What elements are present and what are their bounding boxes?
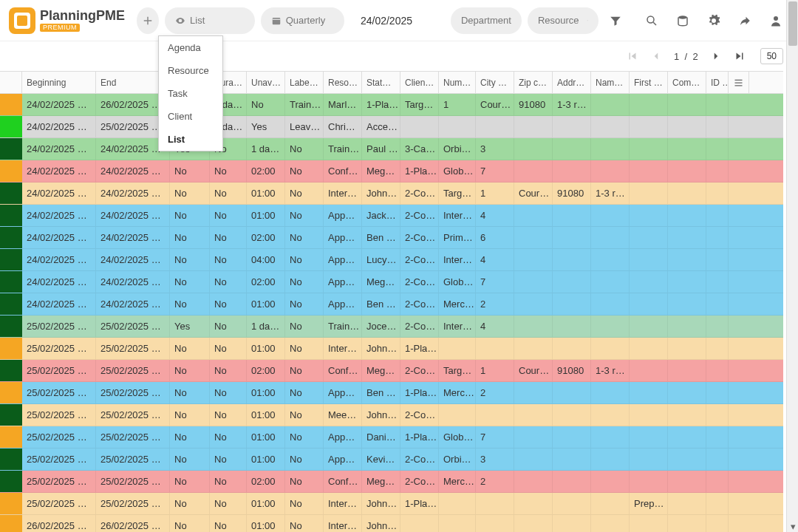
view-selector[interactable]: List xyxy=(165,7,255,34)
first-page-button[interactable] xyxy=(622,46,643,66)
column-header-num[interactable]: Num… xyxy=(439,72,476,93)
cell-zip xyxy=(514,471,553,492)
cell-unav: 01:00 xyxy=(247,493,285,514)
dropdown-item-task[interactable]: Task xyxy=(159,82,222,105)
cell-zip xyxy=(514,404,553,426)
cell-num: Inter… xyxy=(439,316,476,337)
cell-com xyxy=(668,94,706,115)
column-header-city[interactable]: City … xyxy=(476,72,514,93)
table-row[interactable]: 25/02/2025 …25/02/2025 …NoNo01:00NoApp…B… xyxy=(0,382,783,404)
dropdown-item-resource[interactable]: Resource xyxy=(159,59,222,82)
column-header-first[interactable]: First … xyxy=(630,72,668,93)
table-row[interactable]: 25/02/2025 …25/02/2025 …NoNo01:00NoInter… xyxy=(0,493,783,515)
table-row[interactable]: 25/02/2025 …25/02/2025 …YesNo1 da…NoTrai… xyxy=(0,316,783,338)
table-row[interactable]: 25/02/2025 …25/02/2025 …NoNo01:00NoMee…J… xyxy=(0,404,783,426)
cell-addr: 91080 xyxy=(553,360,591,381)
cell-unav: 01:00 xyxy=(247,515,285,532)
date-picker[interactable] xyxy=(350,7,445,34)
column-header-name[interactable]: Nam… xyxy=(591,72,630,93)
settings-button[interactable] xyxy=(700,7,727,34)
cell-rec: No xyxy=(170,205,210,226)
cell-id xyxy=(706,426,729,448)
table-row[interactable]: 25/02/2025 …25/02/2025 …NoNo02:00NoConf…… xyxy=(0,471,783,493)
data-button[interactable] xyxy=(669,7,696,34)
column-header-marker[interactable] xyxy=(0,72,22,93)
cell-name xyxy=(591,138,630,160)
row-color-marker xyxy=(0,382,22,403)
dropdown-item-list[interactable]: List xyxy=(159,128,222,151)
dropdown-item-client[interactable]: Client xyxy=(159,105,222,128)
column-header-com[interactable]: Com… xyxy=(668,72,706,93)
scroll-thumb[interactable] xyxy=(788,1,797,46)
next-page-button[interactable] xyxy=(706,46,726,66)
resource-selector[interactable]: Resource xyxy=(528,7,598,34)
cell-addr xyxy=(553,249,591,270)
table-row[interactable]: 25/02/2025 …25/02/2025 …NoNo02:00NoConf…… xyxy=(0,360,783,382)
column-menu-button[interactable] xyxy=(729,72,749,93)
table-row[interactable]: 24/02/2025 …26/02/2025 …No3 da…NoTrain…M… xyxy=(0,94,783,116)
table-row[interactable]: 24/02/2025 …24/02/2025 …YesNo1 da…NoTrai… xyxy=(0,138,783,160)
cell-cli: 2-Co… xyxy=(400,205,439,226)
dropdown-item-agenda[interactable]: Agenda xyxy=(159,36,222,59)
cell-cli: 1-Pla… xyxy=(400,338,439,359)
filter-button[interactable] xyxy=(604,7,627,34)
cell-rec: No xyxy=(170,382,210,403)
user-button[interactable] xyxy=(763,7,789,34)
search-button[interactable] xyxy=(638,7,665,34)
cell-id xyxy=(706,360,729,381)
table-row[interactable]: 24/02/2025 …24/02/2025 …NoNo04:00NoApp…L… xyxy=(0,249,783,271)
column-header-stat[interactable]: Stat… xyxy=(362,72,400,93)
column-header-zip[interactable]: Zip c… xyxy=(514,72,553,93)
table-row[interactable]: 25/02/2025 …25/02/2025 …NoNo01:00NoInter… xyxy=(0,338,783,360)
cell-first xyxy=(630,449,668,470)
table-row[interactable]: 25/02/2025 …25/02/2025 …NoNo01:00NoApp…D… xyxy=(0,426,783,449)
column-header-cli[interactable]: Clien… xyxy=(400,72,439,93)
table-row[interactable]: 24/02/2025 …24/02/2025 …NoNo01:00NoApp…J… xyxy=(0,205,783,227)
cell-stat: John… xyxy=(362,183,400,204)
cell-first xyxy=(630,426,668,448)
cell-cli: 2-Co… xyxy=(400,249,439,270)
vertical-scrollbar[interactable]: ▴ ▾ xyxy=(786,0,798,532)
column-header-beg[interactable]: Beginning xyxy=(22,72,96,93)
cell-stat: Lucy… xyxy=(362,249,400,270)
table-row[interactable]: 24/02/2025 …24/02/2025 …NoNo01:00NoInter… xyxy=(0,183,783,205)
date-input[interactable] xyxy=(361,15,434,27)
column-header-lab[interactable]: Labe… xyxy=(285,72,324,93)
first-icon xyxy=(626,50,639,63)
prev-page-button[interactable] xyxy=(646,46,666,66)
last-page-button[interactable] xyxy=(729,46,750,66)
add-button[interactable] xyxy=(137,7,159,34)
cell-cli xyxy=(400,116,439,137)
page-total: 2 xyxy=(692,51,698,62)
share-button[interactable] xyxy=(732,7,758,34)
column-header-addr[interactable]: Addr… xyxy=(553,72,591,93)
column-header-id[interactable]: ID … xyxy=(706,72,729,93)
table-row[interactable]: 24/02/2025 …24/02/2025 …NoNo02:00NoApp…B… xyxy=(0,227,783,249)
cell-res: App… xyxy=(324,449,362,470)
table-row[interactable]: 24/02/2025 …24/02/2025 …NoNo02:00NoConf…… xyxy=(0,160,783,183)
cell-dur: No xyxy=(210,426,247,448)
cell-com xyxy=(668,227,706,248)
scroll-down-arrow[interactable]: ▾ xyxy=(787,520,798,532)
table-row[interactable]: 26/02/2025 …26/02/2025 …NoNo01:00NoInter… xyxy=(0,515,783,532)
table-row[interactable]: 24/02/2025 …24/02/2025 …NoNo02:00NoApp…M… xyxy=(0,271,783,293)
cell-num xyxy=(439,338,476,359)
cell-unav: 01:00 xyxy=(247,293,285,315)
cell-beg: 24/02/2025 … xyxy=(22,138,96,160)
period-selector[interactable]: Quarterly xyxy=(261,7,344,34)
department-selector[interactable]: Department xyxy=(451,7,522,34)
page-size[interactable]: 50 xyxy=(760,48,783,64)
row-color-marker xyxy=(0,160,22,182)
column-header-res[interactable]: Reso… xyxy=(324,72,362,93)
cell-city: 3 xyxy=(476,449,514,470)
column-header-unav[interactable]: Unav… xyxy=(247,72,285,93)
cell-lab: Train… xyxy=(285,94,324,115)
cell-end: 24/02/2025 … xyxy=(96,160,170,182)
cell-beg: 25/02/2025 … xyxy=(22,338,96,359)
cell-first xyxy=(630,138,668,160)
table-row[interactable]: 25/02/2025 …25/02/2025 …NoNo01:00NoApp…K… xyxy=(0,449,783,471)
row-color-marker xyxy=(0,426,22,448)
table-row[interactable]: 24/02/2025 …24/02/2025 …NoNo01:00NoApp…B… xyxy=(0,293,783,316)
funnel-icon xyxy=(609,14,622,27)
table-row[interactable]: 24/02/2025 …25/02/2025 …No2 da…YesLeav…C… xyxy=(0,116,783,138)
